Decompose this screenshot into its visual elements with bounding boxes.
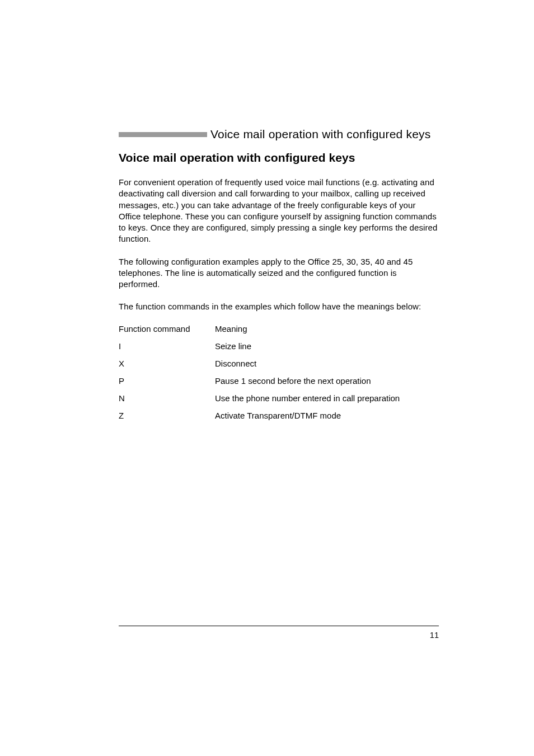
table-row: N Use the phone number entered in call p… [119,393,439,403]
footer-divider [119,626,439,626]
table-row: Z Activate Transparent/DTMF mode [119,411,439,420]
running-header: Voice mail operation with configured key… [119,128,439,141]
page-footer: 11 [119,626,439,640]
table-header-col-1: Function command [119,324,215,334]
intro-paragraph-1: For convenient operation of frequently u… [119,177,439,245]
page-content: Voice mail operation with configured key… [0,0,534,420]
table-cell-meaning: Pause 1 second before the next operation [215,376,371,386]
main-heading: Voice mail operation with configured key… [119,151,439,165]
table-cell-cmd: X [119,359,215,368]
table-cell-cmd: P [119,376,215,386]
function-commands-table: Function command Meaning I Seize line X … [119,324,439,420]
intro-paragraph-2: The following configuration examples app… [119,256,439,290]
table-row: P Pause 1 second before the next operati… [119,376,439,386]
table-cell-meaning: Activate Transparent/DTMF mode [215,411,341,420]
table-cell-cmd: N [119,393,215,403]
table-row: X Disconnect [119,359,439,368]
intro-paragraph-3: The function commands in the examples wh… [119,301,439,312]
table-cell-cmd: I [119,341,215,351]
running-header-title: Voice mail operation with configured key… [210,128,430,141]
table-row: I Seize line [119,341,439,351]
header-decorative-bar [119,132,207,137]
table-cell-meaning: Use the phone number entered in call pre… [215,393,400,403]
table-cell-cmd: Z [119,411,215,420]
table-cell-meaning: Disconnect [215,359,256,368]
table-header-row: Function command Meaning [119,324,439,334]
table-header-col-2: Meaning [215,324,247,334]
page-number: 11 [119,631,439,640]
table-cell-meaning: Seize line [215,341,251,351]
